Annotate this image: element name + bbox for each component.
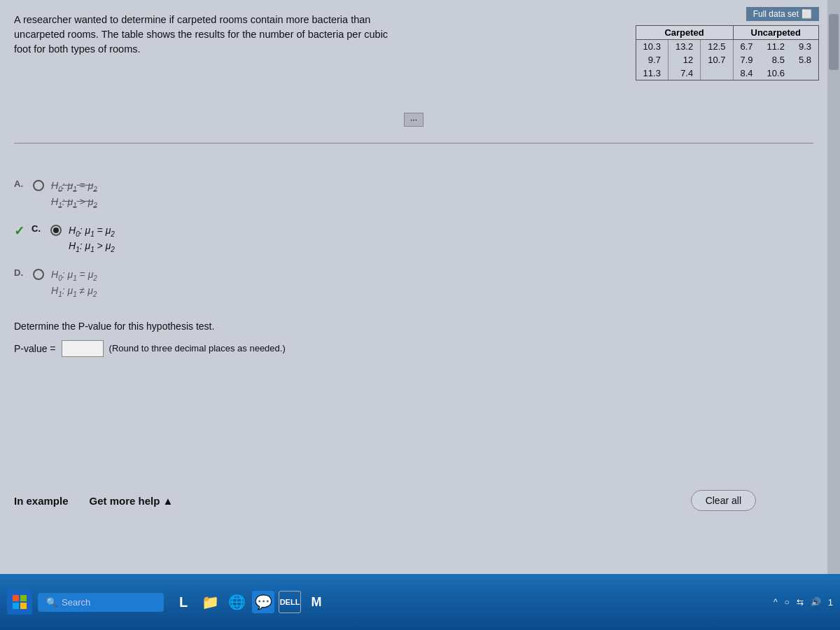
table-cell: 10.3 xyxy=(636,40,668,53)
taskbar-icon-dell[interactable]: DELL xyxy=(279,591,301,613)
separator xyxy=(14,143,813,144)
table-cell: 11.3 xyxy=(636,66,668,80)
table-cell: 9.3 xyxy=(792,40,818,53)
option-d-label: D. xyxy=(14,267,23,278)
table-row: 6.7 11.2 9.3 xyxy=(734,40,818,53)
option-a-h1: H1: μ1 > μ2 xyxy=(51,196,97,207)
table-cell: 8.4 xyxy=(734,66,760,80)
search-bar[interactable]: 🔍 Search xyxy=(38,593,164,612)
problem-text: A researcher wanted to determine if carp… xyxy=(14,13,406,57)
uncarpeted-table: 6.7 11.2 9.3 7.9 8.5 5.8 8.4 xyxy=(734,40,818,80)
data-area: Full data set ⬜ Carpeted 10.3 13.2 12.5 xyxy=(636,7,819,80)
table-cell: 6.7 xyxy=(734,40,760,53)
example-link[interactable]: In example xyxy=(14,495,69,507)
svg-rect-2 xyxy=(13,603,19,609)
uncarpeted-section: Uncarpeted 6.7 11.2 9.3 7.9 8.5 5.8 xyxy=(734,26,818,80)
taskbar-icon-browser[interactable]: 🌐 xyxy=(225,591,248,613)
table-cell: 12.5 xyxy=(701,40,733,53)
pvalue-hint: (Round to three decimal places as needed… xyxy=(109,343,286,354)
option-c-h1: H1: μ1 > μ2 xyxy=(69,240,115,251)
content-panel: A researcher wanted to determine if carp… xyxy=(0,0,840,574)
table-cell: 7.9 xyxy=(734,53,760,66)
option-d-radio[interactable] xyxy=(33,269,44,280)
table-cell: 12 xyxy=(668,53,700,66)
option-c-text: H0: μ1 = μ2 H1: μ1 > μ2 xyxy=(69,223,115,255)
help-btn[interactable]: Get more help ▲ xyxy=(90,495,174,507)
tray-wifi-icon[interactable]: ⇆ xyxy=(797,597,804,607)
taskbar: 🔍 Search L 📁 🌐 💬 DELL M ^ ○ ⇆ 🔊 1 xyxy=(0,574,840,630)
table-row: 7.9 8.5 5.8 xyxy=(734,53,818,66)
tray-volume-icon[interactable]: 🔊 xyxy=(811,597,821,607)
options-area: A. H0: μ1 = μ2 H1: μ1 > μ2 ✓ C. H0: μ1 =… xyxy=(14,178,826,300)
table-cell: 10.6 xyxy=(760,66,792,80)
table-cell: 8.5 xyxy=(760,53,792,66)
taskbar-icon-chat[interactable]: 💬 xyxy=(252,591,274,613)
full-data-btn[interactable]: Full data set ⬜ xyxy=(746,7,819,21)
option-d-text: H0: μ1 = μ2 H1: μ1 ≠ μ2 xyxy=(51,267,97,300)
checkmark-icon: ✓ xyxy=(14,223,24,239)
clear-btn[interactable]: Clear all xyxy=(691,490,756,511)
table-cell: 7.4 xyxy=(668,66,700,80)
table-cell xyxy=(792,66,818,80)
pvalue-label: Determine the P-value for this hypothesi… xyxy=(14,321,826,332)
taskbar-icon-folder[interactable]: 📁 xyxy=(199,591,221,613)
tray-number-icon: 1 xyxy=(828,597,833,608)
option-a-radio[interactable] xyxy=(33,180,44,191)
help-label: Get more help ▲ xyxy=(90,495,174,507)
taskbar-icon-l[interactable]: L xyxy=(172,591,195,613)
uncarpeted-header: Uncarpeted xyxy=(734,26,818,40)
start-button[interactable] xyxy=(7,589,32,615)
taskbar-icons: L 📁 🌐 💬 DELL M xyxy=(172,591,328,613)
svg-rect-1 xyxy=(20,595,27,601)
option-d-h1: H1: μ1 ≠ μ2 xyxy=(51,285,97,296)
option-d-h0: H0: μ1 = μ2 xyxy=(51,269,97,280)
table-cell: 13.2 xyxy=(668,40,700,53)
system-tray: ^ ○ ⇆ 🔊 1 xyxy=(774,597,833,608)
table-row: 10.3 13.2 12.5 xyxy=(636,40,733,53)
option-d-row: D. H0: μ1 = μ2 H1: μ1 ≠ μ2 xyxy=(14,267,826,300)
table-cell: 10.7 xyxy=(701,53,733,66)
pvalue-input-row: P-value = (Round to three decimal places… xyxy=(14,340,826,357)
search-label: Search xyxy=(62,597,90,608)
bottom-bar: In example Get more help ▲ Clear all xyxy=(0,483,840,518)
windows-icon xyxy=(12,594,27,610)
carpeted-header: Carpeted xyxy=(636,26,734,40)
carpeted-section: Carpeted 10.3 13.2 12.5 9.7 12 10.7 xyxy=(636,26,734,80)
table-cell: 11.2 xyxy=(760,40,792,53)
table-cell: 5.8 xyxy=(792,53,818,66)
option-a-h0: H0: μ1 = μ2 xyxy=(51,180,97,191)
tray-up-icon[interactable]: ^ xyxy=(774,597,778,607)
more-options-btn[interactable]: ··· xyxy=(404,113,424,127)
option-a-label: A. xyxy=(14,178,23,189)
data-tables: Carpeted 10.3 13.2 12.5 9.7 12 10.7 xyxy=(636,25,819,80)
table-row: 9.7 12 10.7 xyxy=(636,53,733,66)
expand-icon: ⬜ xyxy=(802,9,812,19)
svg-rect-0 xyxy=(13,595,19,601)
option-c-row: ✓ C. H0: μ1 = μ2 H1: μ1 > μ2 xyxy=(14,223,826,255)
tray-circle-icon[interactable]: ○ xyxy=(785,597,790,607)
table-cell: 9.7 xyxy=(636,53,668,66)
option-a-text: H0: μ1 = μ2 H1: μ1 > μ2 xyxy=(51,178,97,211)
option-c-radio[interactable] xyxy=(50,225,62,236)
table-row: 11.3 7.4 xyxy=(636,66,733,80)
taskbar-icon-m[interactable]: M xyxy=(305,591,328,613)
pvalue-section: Determine the P-value for this hypothesi… xyxy=(14,321,826,357)
option-a-row: A. H0: μ1 = μ2 H1: μ1 > μ2 xyxy=(14,178,826,211)
option-c-label: C. xyxy=(31,223,41,234)
option-c-h0: H0: μ1 = μ2 xyxy=(69,225,115,236)
svg-rect-3 xyxy=(20,603,27,609)
table-cell xyxy=(701,66,733,80)
carpeted-table: 10.3 13.2 12.5 9.7 12 10.7 11.3 xyxy=(636,40,734,80)
pvalue-input[interactable] xyxy=(62,340,104,357)
pvalue-prefix: P-value = xyxy=(14,343,56,354)
table-row: 8.4 10.6 xyxy=(734,66,818,80)
search-icon: 🔍 xyxy=(46,597,57,608)
